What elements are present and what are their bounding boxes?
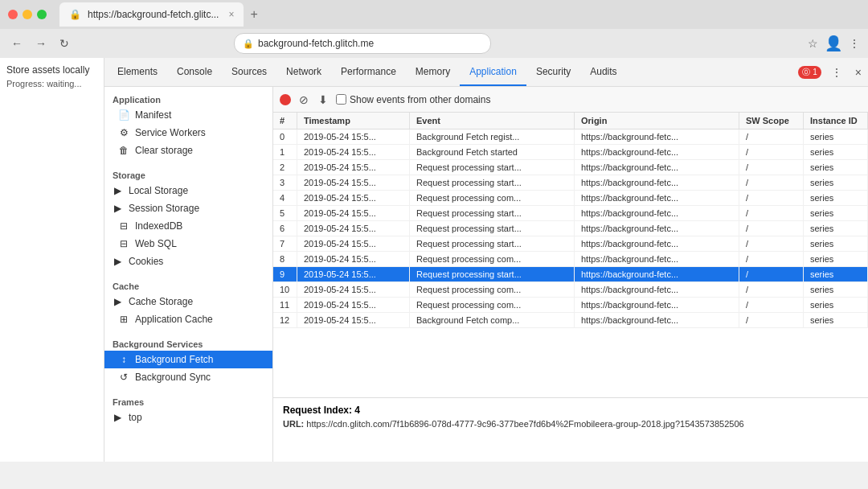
detail-url: URL: https://cdn.glitch.com/7f1b6896-078…: [283, 419, 858, 429]
tab-memory[interactable]: Memory: [406, 58, 460, 86]
table-row[interactable]: 11 2019-05-24 15:5... Request processing…: [273, 298, 868, 313]
table-body[interactable]: 0 2019-05-24 15:5... Background Fetch re…: [273, 129, 868, 328]
cell-timestamp: 2019-05-24 15:5...: [297, 160, 410, 175]
table-row[interactable]: 12 2019-05-24 15:5... Background Fetch c…: [273, 313, 868, 328]
bookmark-icon[interactable]: ☆: [808, 37, 818, 50]
devtools-more-button[interactable]: ⋮: [828, 64, 845, 80]
cell-origin: https://background-fetc...: [575, 206, 739, 220]
cell-instance: series: [804, 221, 868, 236]
cell-event: Request processing start...: [410, 206, 575, 220]
cell-timestamp: 2019-05-24 15:5...: [297, 267, 410, 281]
menu-icon[interactable]: ⋮: [849, 37, 860, 50]
stop-button[interactable]: ⊘: [297, 92, 310, 108]
nav-item-cookies[interactable]: ▶ Cookies: [104, 253, 272, 270]
tab-audits[interactable]: Audits: [580, 58, 626, 86]
table-row[interactable]: 7 2019-05-24 15:5... Request processing …: [273, 236, 868, 252]
cell-origin: https://background-fetc...: [575, 313, 739, 327]
cell-origin: https://background-fetc...: [575, 129, 739, 144]
app-cache-icon: ⊞: [117, 314, 130, 325]
show-events-input[interactable]: [336, 94, 346, 105]
nav-item-manifest[interactable]: 📄 Manifest: [104, 106, 272, 124]
url-input[interactable]: 🔒 background-fetch.glitch.me: [234, 33, 491, 54]
url-value: https://cdn.glitch.com/7f1b6896-078d-477…: [306, 419, 743, 429]
tab-performance[interactable]: Performance: [331, 58, 406, 86]
nav-item-web-sql[interactable]: ⊟ Web SQL: [104, 235, 272, 253]
show-events-checkbox[interactable]: Show events from other domains: [336, 94, 490, 105]
nav-label-service-workers: Service Workers: [135, 127, 206, 138]
cell-instance: series: [804, 160, 868, 175]
devtools-close-button[interactable]: ×: [852, 64, 865, 80]
profile-icon[interactable]: 👤: [825, 35, 842, 52]
nav-item-background-sync[interactable]: ↺ Background Sync: [104, 368, 272, 386]
nav-item-local-storage[interactable]: ▶ Local Storage: [104, 182, 272, 199]
new-tab-button[interactable]: +: [250, 7, 257, 22]
cell-scope: /: [739, 206, 804, 220]
web-sql-icon: ⊟: [117, 238, 130, 249]
nav-item-session-storage[interactable]: ▶ Session Storage: [104, 199, 272, 217]
cell-event: Background Fetch comp...: [410, 313, 575, 327]
table-row[interactable]: 2 2019-05-24 15:5... Request processing …: [273, 160, 868, 175]
cell-instance: series: [804, 129, 868, 144]
download-button[interactable]: ⬇: [317, 92, 330, 108]
show-events-label: Show events from other domains: [350, 94, 490, 105]
col-num: #: [273, 113, 297, 129]
close-traffic-light[interactable]: [8, 10, 18, 19]
tab-close-btn[interactable]: ×: [228, 9, 234, 20]
cell-instance: series: [804, 191, 868, 205]
url-text: background-fetch.glitch.me: [258, 38, 374, 49]
nav-label-local-storage: Local Storage: [129, 185, 188, 196]
tab-network[interactable]: Network: [276, 58, 331, 86]
nav-label-cookies: Cookies: [129, 256, 163, 267]
cell-event: Request processing start...: [410, 221, 575, 236]
table-row[interactable]: 0 2019-05-24 15:5... Background Fetch re…: [273, 129, 868, 145]
nav-label-web-sql: Web SQL: [135, 238, 177, 249]
cell-origin: https://background-fetc...: [575, 267, 739, 281]
cell-num: 2: [273, 160, 297, 175]
tab-application[interactable]: Application: [460, 58, 526, 86]
cell-scope: /: [739, 282, 804, 297]
reload-button[interactable]: ↻: [56, 35, 72, 51]
table-row[interactable]: 8 2019-05-24 15:5... Request processing …: [273, 252, 868, 267]
browser-tab[interactable]: 🔒 https://background-fetch.glitc... ×: [59, 2, 244, 27]
nav-item-indexeddb[interactable]: ⊟ IndexedDB: [104, 217, 272, 235]
back-button[interactable]: ←: [8, 35, 26, 51]
cell-timestamp: 2019-05-24 15:5...: [297, 191, 410, 205]
tab-sources[interactable]: Sources: [222, 58, 276, 86]
table-row[interactable]: 4 2019-05-24 15:5... Request processing …: [273, 191, 868, 206]
cell-event: Request processing start...: [410, 160, 575, 175]
cell-origin: https://background-fetc...: [575, 145, 739, 159]
background-sync-icon: ↺: [117, 372, 130, 383]
record-button[interactable]: [280, 94, 291, 105]
cell-instance: series: [804, 313, 868, 327]
tab-elements[interactable]: Elements: [108, 58, 167, 86]
cell-timestamp: 2019-05-24 15:5...: [297, 129, 410, 144]
table-row[interactable]: 1 2019-05-24 15:5... Background Fetch st…: [273, 145, 868, 160]
cell-num: 6: [273, 221, 297, 236]
table-row[interactable]: 10 2019-05-24 15:5... Request processing…: [273, 282, 868, 298]
nav-item-service-workers[interactable]: ⚙ Service Workers: [104, 124, 272, 142]
table-row[interactable]: 6 2019-05-24 15:5... Request processing …: [273, 221, 868, 236]
cell-event: Request processing com...: [410, 191, 575, 205]
table-row[interactable]: 5 2019-05-24 15:5... Request processing …: [273, 206, 868, 221]
nav-item-top[interactable]: ▶ top: [104, 409, 272, 426]
table-row[interactable]: 3 2019-05-24 15:5... Request processing …: [273, 175, 868, 191]
maximize-traffic-light[interactable]: [37, 10, 47, 19]
nav-item-background-fetch[interactable]: ↕ Background Fetch: [104, 351, 272, 368]
tab-security[interactable]: Security: [526, 58, 580, 86]
minimize-traffic-light[interactable]: [23, 10, 32, 19]
clear-storage-icon: 🗑: [117, 145, 130, 156]
col-timestamp: Timestamp: [297, 113, 410, 129]
cell-event: Background Fetch started: [410, 145, 575, 159]
event-table[interactable]: # Timestamp Event Origin SW Scope Instan…: [273, 113, 868, 397]
cell-instance: series: [804, 298, 868, 312]
url-label: URL:: [283, 419, 304, 429]
table-row[interactable]: 9 2019-05-24 15:5... Request processing …: [273, 267, 868, 282]
nav-item-cache-storage[interactable]: ▶ Cache Storage: [104, 293, 272, 310]
tab-console[interactable]: Console: [167, 58, 222, 86]
cell-origin: https://background-fetc...: [575, 160, 739, 175]
forward-button[interactable]: →: [32, 35, 50, 51]
cell-timestamp: 2019-05-24 15:5...: [297, 298, 410, 312]
devtools-panel: Elements Console Sources Network Perform…: [104, 58, 868, 462]
nav-item-app-cache[interactable]: ⊞ Application Cache: [104, 310, 272, 328]
nav-item-clear-storage[interactable]: 🗑 Clear storage: [104, 142, 272, 159]
